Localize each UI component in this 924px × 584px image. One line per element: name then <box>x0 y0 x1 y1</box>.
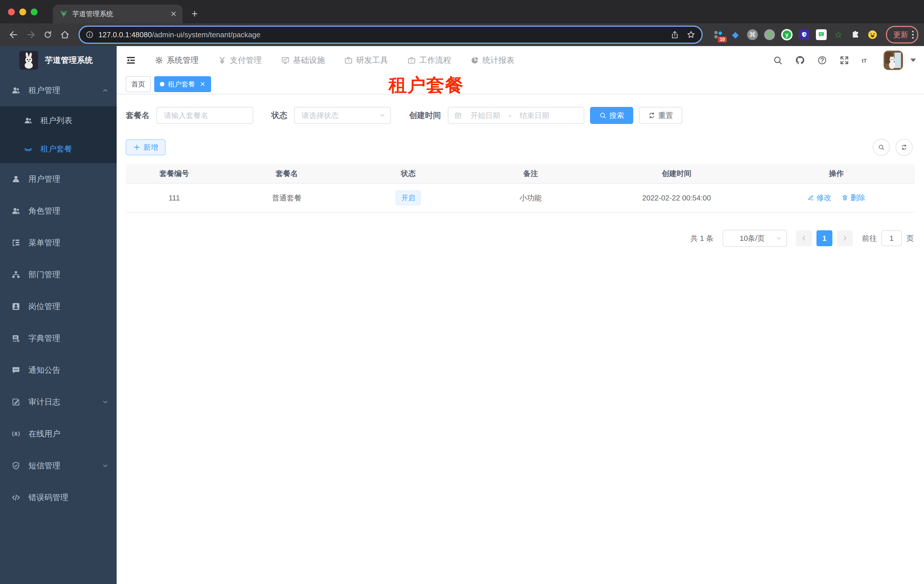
user-icon <box>12 174 20 184</box>
sidebar-logo-row[interactable]: 芋道管理系统 <box>0 46 117 74</box>
tab-favicon-icon <box>60 10 68 18</box>
refresh-icon <box>648 112 655 119</box>
calendar-icon <box>454 112 462 119</box>
minimize-window-button[interactable] <box>19 8 26 15</box>
add-button[interactable]: 新增 <box>126 139 165 155</box>
browser-update-button[interactable]: 更新 <box>886 26 918 43</box>
next-page-button[interactable] <box>837 230 853 246</box>
new-tab-button[interactable]: + <box>186 5 203 22</box>
sidebar-item-announcements[interactable]: 通知公告 <box>0 354 117 386</box>
browser-menu-icon[interactable] <box>912 31 914 39</box>
extension-circle-icon[interactable] <box>764 29 775 40</box>
chevron-down-icon <box>379 112 386 119</box>
start-date-input[interactable] <box>467 110 504 120</box>
url-text: 127.0.0.1:48080/admin-ui/system/tenant/p… <box>99 30 261 39</box>
help-icon[interactable] <box>817 55 827 66</box>
tag-close-icon[interactable]: ✕ <box>200 80 205 88</box>
extension-y-icon[interactable]: y <box>781 29 792 40</box>
extension-emoji-icon[interactable] <box>867 29 878 40</box>
package-table: 套餐编号 套餐名 状态 备注 创建时间 操作 111 普通套餐 开启 小功能 2 <box>126 164 915 213</box>
sidebar-item-error-codes[interactable]: 错误码管理 <box>0 482 117 513</box>
extension-gem-icon[interactable]: ◆ <box>730 29 741 40</box>
cell-status: 开启 <box>351 183 466 212</box>
sidebar-item-positions[interactable]: 岗位管理 <box>0 291 117 322</box>
chevron-down-icon <box>102 399 109 405</box>
reset-button[interactable]: 重置 <box>639 107 682 124</box>
goto-label: 前往 <box>862 234 877 243</box>
extension-grid-icon[interactable]: 10 <box>713 29 724 40</box>
extension-chat-icon[interactable] <box>816 29 827 40</box>
sidebar-collapse-button[interactable] <box>121 51 140 70</box>
top-menu-system[interactable]: 系统管理 <box>145 46 208 74</box>
extension-shield-icon[interactable] <box>799 29 810 40</box>
annotation-title: 租户套餐 <box>389 73 464 97</box>
goto-page-input[interactable] <box>881 230 902 246</box>
sidebar-item-tenant-group[interactable]: 租户管理 <box>0 74 117 106</box>
tag-tenant-package[interactable]: 租户套餐 ✕ <box>154 76 211 92</box>
update-label: 更新 <box>893 30 908 40</box>
page-number-button[interactable]: 1 <box>817 230 832 246</box>
edit-link[interactable]: 修改 <box>807 193 831 203</box>
font-size-icon[interactable]: tT <box>861 55 872 66</box>
url-bar[interactable]: 127.0.0.1:48080/admin-ui/system/tenant/p… <box>79 26 703 44</box>
top-menu-reports[interactable]: 统计报表 <box>461 46 524 74</box>
people-icon <box>12 86 20 95</box>
zoom-window-button[interactable] <box>31 8 38 15</box>
home-button[interactable] <box>57 27 73 43</box>
refresh-icon <box>901 144 908 151</box>
sidebar-item-departments[interactable]: 部门管理 <box>0 259 117 291</box>
col-actions: 操作 <box>758 164 915 183</box>
extension-command-icon[interactable]: ⌘ <box>747 29 758 40</box>
sidebar-item-tenant-list[interactable]: 租户列表 <box>0 106 117 135</box>
github-icon[interactable] <box>795 55 805 66</box>
yen-icon <box>218 56 226 64</box>
sidebar-item-menus[interactable]: 菜单管理 <box>0 227 117 259</box>
close-window-button[interactable] <box>8 8 15 15</box>
avatar[interactable] <box>884 51 903 70</box>
sidebar-item-audit-logs[interactable]: 审计日志 <box>0 386 117 418</box>
top-menu-dev-tools[interactable]: 研发工具 <box>335 46 398 74</box>
toggle-search-button[interactable] <box>873 139 890 156</box>
status-select[interactable]: 请选择状态 <box>294 107 391 124</box>
forward-button[interactable] <box>23 27 39 43</box>
sidebar-tenant-submenu: 租户列表 租户套餐 <box>0 106 117 163</box>
extensions-puzzle-icon[interactable] <box>850 29 861 40</box>
fullscreen-icon[interactable] <box>839 55 850 66</box>
reload-button[interactable] <box>40 27 56 43</box>
sidebar-item-online-users[interactable]: 在线用户 <box>0 418 117 450</box>
delete-link[interactable]: 删除 <box>842 193 865 203</box>
sidebar-item-users[interactable]: 用户管理 <box>0 163 117 195</box>
avatar-caret-icon[interactable] <box>910 59 916 62</box>
sidebar-item-sms[interactable]: 短信管理 <box>0 450 117 482</box>
top-menu-payment[interactable]: 支付管理 <box>208 46 271 74</box>
browser-tab[interactable]: 芋道管理系统 ✕ <box>53 5 183 23</box>
extension-star-icon[interactable]: ☆ <box>833 29 844 40</box>
tab-close-icon[interactable]: ✕ <box>169 10 178 18</box>
col-package-name: 套餐名 <box>223 164 350 183</box>
top-menu-workflow[interactable]: 工作流程 <box>398 46 461 74</box>
sidebar-item-roles[interactable]: 角色管理 <box>0 195 117 227</box>
sidebar-item-tenant-package[interactable]: 租户套餐 <box>0 135 117 163</box>
navbar-actions: tT <box>773 51 916 70</box>
status-label: 状态 <box>271 110 287 121</box>
page-size-select[interactable]: 10条/页 <box>723 230 787 247</box>
search-icon[interactable] <box>773 55 783 66</box>
end-date-input[interactable] <box>516 110 553 120</box>
tag-home[interactable]: 首页 <box>126 76 151 92</box>
table-row: 111 普通套餐 开启 小功能 2022-02-22 00:54:00 修改 <box>126 183 915 212</box>
pie-chart-icon <box>470 56 479 64</box>
sidebar-item-dictionary[interactable]: 字典管理 <box>0 322 117 354</box>
extension-badge: 10 <box>718 37 726 42</box>
prev-page-button[interactable] <box>796 230 812 246</box>
top-menu-infrastructure[interactable]: 基础设施 <box>271 46 335 74</box>
refresh-table-button[interactable] <box>896 139 912 156</box>
site-info-icon[interactable] <box>85 30 94 39</box>
search-button[interactable]: 搜索 <box>590 107 633 124</box>
top-menu: 系统管理 支付管理 基础设施 研发工具 工作流程 <box>145 46 524 74</box>
trash-icon <box>842 194 848 201</box>
package-name-input[interactable] <box>157 107 253 124</box>
bookmark-star-icon[interactable] <box>686 30 696 39</box>
back-button[interactable] <box>6 27 21 43</box>
share-icon[interactable] <box>670 30 679 39</box>
date-range-picker[interactable]: - <box>448 107 584 124</box>
